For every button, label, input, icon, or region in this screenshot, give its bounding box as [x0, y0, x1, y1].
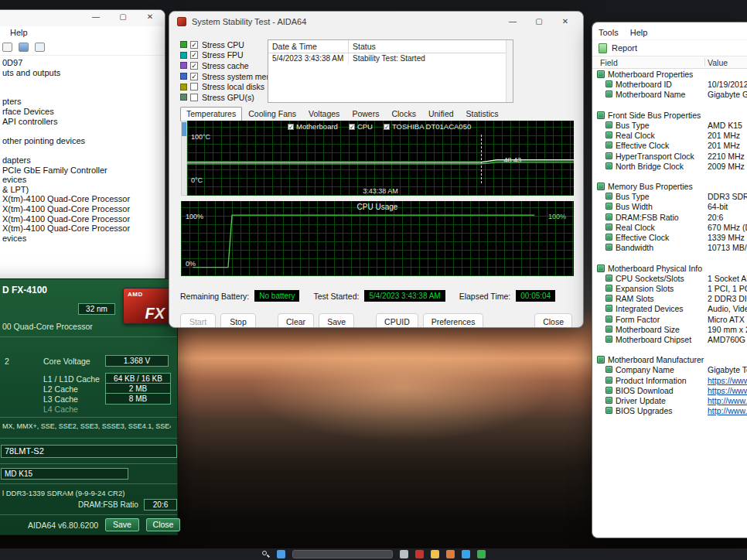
- field-row[interactable]: CPU Sockets/Slots1 Socket AM3+: [592, 273, 747, 283]
- task-view-icon[interactable]: [277, 550, 285, 558]
- field-row[interactable]: Integrated DevicesAudio, Video, G: [592, 303, 747, 313]
- legend-checkbox[interactable]: ✓: [288, 124, 294, 130]
- device-tree-item[interactable]: & LPT): [0, 185, 165, 195]
- tab-statistics[interactable]: Statistics: [460, 107, 505, 121]
- legend-item[interactable]: ✓CPU: [349, 122, 373, 131]
- report-button[interactable]: Report: [612, 43, 637, 53]
- field-row[interactable]: Bus Width64-bit: [592, 201, 747, 211]
- aida64-icon[interactable]: [415, 550, 424, 558]
- device-tree-item[interactable]: uts and outputs: [0, 68, 165, 78]
- device-tree-item[interactable]: evices: [0, 234, 165, 244]
- tab-cooling-fans[interactable]: Cooling Fans: [242, 107, 302, 121]
- device-tree-item[interactable]: X(tm)-4100 Quad-Core Processor: [0, 214, 165, 224]
- legend-checkbox[interactable]: ✓: [384, 124, 390, 130]
- field-row[interactable]: Form FactorMicro ATX: [592, 314, 747, 324]
- field-row[interactable]: Real Clock670 MHz (DDR): [592, 222, 747, 232]
- field-group-header[interactable]: Motherboard Properties: [592, 69, 747, 79]
- tab-powers[interactable]: Powers: [346, 107, 385, 121]
- device-tree-item[interactable]: X(tm)-4100 Quad-Core Processor: [0, 194, 165, 204]
- close-button[interactable]: Close: [146, 518, 180, 531]
- preferences-button[interactable]: Preferences: [423, 313, 484, 328]
- minimize-icon[interactable]: —: [90, 12, 101, 21]
- field-row[interactable]: Bus TypeDDR3 SDRAM: [592, 191, 747, 201]
- checkbox[interactable]: [190, 83, 198, 90]
- computer-icon[interactable]: [19, 43, 29, 52]
- minimize-icon[interactable]: —: [500, 12, 526, 32]
- device-tree-item[interactable]: pters: [0, 97, 165, 107]
- aida64-main-window[interactable]: ToolsHelp Report Field Value Motherboard…: [592, 22, 747, 538]
- device-tree-item[interactable]: 0D97: [0, 58, 165, 68]
- start-button[interactable]: Start: [180, 313, 216, 328]
- field-row[interactable]: Motherboard ID10/19/2012-RS7: [592, 79, 747, 89]
- help-icon[interactable]: [35, 43, 45, 52]
- device-tree-item[interactable]: [0, 126, 165, 136]
- maximize-icon[interactable]: ▢: [118, 12, 128, 21]
- graph-scrollbar-thumb[interactable]: [182, 122, 186, 136]
- close-button[interactable]: Close: [534, 313, 572, 328]
- field-row[interactable]: Bandwidth10713 MB/s: [592, 242, 747, 252]
- log-table-row[interactable]: 5/4/2023 3:43:38 AMStability Test: Start…: [268, 53, 513, 65]
- device-tree-item[interactable]: evices: [0, 175, 165, 185]
- field-row[interactable]: Motherboard ChipsetAMD760G: [592, 334, 747, 344]
- stability-test-window[interactable]: System Stability Test - AIDA64 — ▢ ✕ ✓St…: [169, 11, 584, 328]
- field-group-header[interactable]: Memory Bus Properties: [592, 181, 747, 191]
- field-row[interactable]: BIOS Upgradeshttp://www.aid: [592, 405, 747, 415]
- stability-test-titlebar[interactable]: System Stability Test - AIDA64 — ▢ ✕: [169, 12, 583, 32]
- search-icon[interactable]: [261, 550, 270, 558]
- legend-checkbox[interactable]: ✓: [349, 124, 355, 130]
- aida64-cpuid-panel[interactable]: D FX-4100 AMD FX 32 nm 00 Quad-Core Proc…: [0, 278, 178, 535]
- save-button[interactable]: Save: [319, 313, 354, 328]
- taskbar[interactable]: [0, 548, 747, 560]
- field-row[interactable]: RAM Slots2 DDR3 DIMM: [592, 293, 747, 303]
- device-manager-titlebar[interactable]: — ▢ ✕: [0, 10, 165, 26]
- legend-item[interactable]: ✓TOSHIBA DT01ACA050: [384, 122, 471, 131]
- legend-item[interactable]: ✓Motherboard: [288, 122, 338, 131]
- device-tree-item[interactable]: [0, 87, 165, 97]
- field-group-header[interactable]: Motherboard Physical Info: [592, 263, 747, 273]
- clear-button[interactable]: Clear: [278, 313, 314, 328]
- field-row[interactable]: Effective Clock1339 MHz: [592, 232, 747, 242]
- field-value[interactable]: https://www.gi: [708, 376, 747, 385]
- field-row[interactable]: BIOS Downloadhttps://www.gi: [592, 385, 747, 395]
- device-tree-item[interactable]: API controllers: [0, 117, 165, 127]
- device-tree-item[interactable]: X(tm)-4100 Quad-Core Processor: [0, 204, 165, 214]
- field-row[interactable]: Motherboard Size190 mm x 240 m: [592, 324, 747, 334]
- field-row[interactable]: Expansion Slots1 PCI, 1 PCI-E x: [592, 283, 747, 293]
- device-tree-item[interactable]: [0, 145, 165, 155]
- field-value[interactable]: https://www.gi: [708, 386, 747, 395]
- log-scrollbar[interactable]: [506, 40, 513, 102]
- tab-clocks[interactable]: Clocks: [385, 107, 422, 121]
- field-value[interactable]: http://www.aid: [708, 406, 747, 415]
- cpuid-button[interactable]: CPUID: [376, 313, 418, 328]
- close-icon[interactable]: ✕: [552, 12, 578, 32]
- tab-unified[interactable]: Unified: [422, 107, 460, 121]
- field-row[interactable]: Real Clock201 MHz: [592, 130, 747, 140]
- open-app-preview[interactable]: [292, 550, 393, 558]
- device-tree-item[interactable]: other pointing devices: [0, 136, 165, 146]
- checkbox[interactable]: ✓: [190, 73, 198, 80]
- scan-icon[interactable]: [2, 43, 12, 52]
- device-tree-item[interactable]: X(tm)-4100 Quad-Core Processor: [0, 224, 165, 234]
- close-icon[interactable]: ✕: [145, 12, 155, 21]
- device-tree-item[interactable]: PCIe GbE Family Controller: [0, 166, 165, 176]
- field-row[interactable]: North Bridge Clock2009 MHz: [592, 161, 747, 171]
- menu-item-tools[interactable]: Tools: [599, 28, 619, 37]
- checkbox[interactable]: ✓: [190, 41, 198, 49]
- field-row[interactable]: Product Informationhttps://www.gi: [592, 375, 747, 385]
- field-row[interactable]: DRAM:FSB Ratio20:6: [592, 212, 747, 222]
- file-explorer-icon[interactable]: [431, 550, 439, 558]
- save-button[interactable]: Save: [105, 518, 139, 531]
- menu-item-help[interactable]: Help: [630, 28, 648, 37]
- field-group-header[interactable]: Front Side Bus Properties: [592, 110, 747, 120]
- field-value[interactable]: http://www.aid: [708, 396, 747, 405]
- system-app-icon[interactable]: [400, 550, 408, 558]
- field-row[interactable]: Company NameGigabyte Techn: [592, 364, 747, 374]
- green-app-icon[interactable]: [477, 550, 486, 558]
- stop-button[interactable]: Stop: [220, 313, 256, 328]
- tab-voltages[interactable]: Voltages: [302, 107, 346, 121]
- field-row[interactable]: HyperTransport Clock2210 MHz: [592, 151, 747, 161]
- field-row[interactable]: Effective Clock201 MHz: [592, 140, 747, 150]
- test-log-table[interactable]: Date & Time Status 5/4/2023 3:43:38 AMSt…: [268, 39, 513, 103]
- edge-icon[interactable]: [462, 550, 470, 558]
- field-row[interactable]: Motherboard NameGigabyte GA-78: [592, 89, 747, 99]
